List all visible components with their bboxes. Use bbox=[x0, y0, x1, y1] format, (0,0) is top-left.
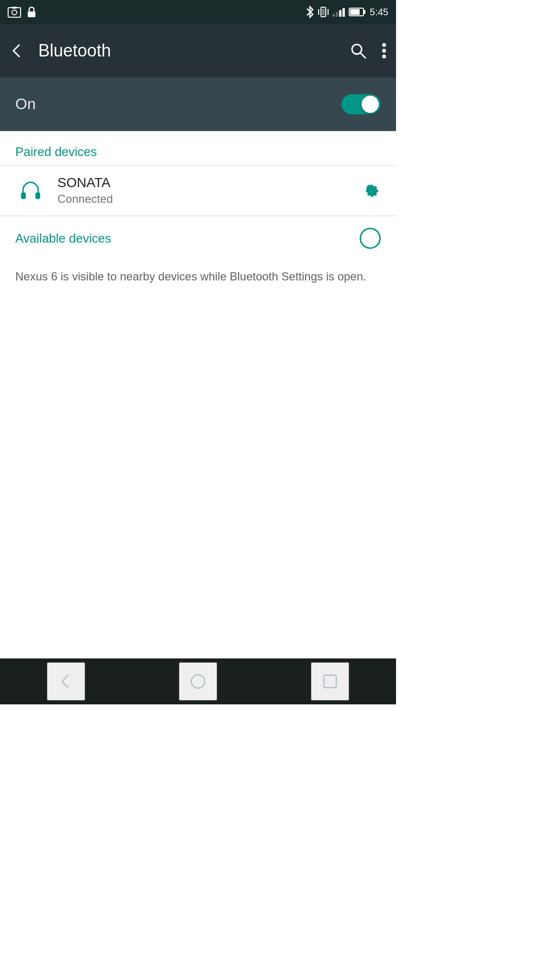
headphone-icon bbox=[15, 175, 46, 206]
signal-icon bbox=[332, 7, 345, 17]
toggle-label: On bbox=[15, 95, 36, 113]
page-title: Bluetooth bbox=[38, 41, 111, 61]
device-name-sonata: SONATA bbox=[57, 175, 360, 190]
home-nav-button[interactable] bbox=[179, 662, 217, 701]
svg-rect-2 bbox=[12, 7, 17, 9]
svg-point-14 bbox=[382, 49, 386, 53]
svg-rect-16 bbox=[21, 192, 26, 199]
battery-icon bbox=[349, 7, 366, 17]
visibility-description: Nexus 6 is visible to nearby devices whi… bbox=[0, 260, 396, 301]
svg-point-13 bbox=[382, 43, 386, 47]
back-button[interactable] bbox=[10, 43, 25, 58]
more-options-button[interactable] bbox=[382, 43, 386, 59]
status-time: 5:45 bbox=[370, 7, 388, 18]
svg-rect-3 bbox=[28, 11, 35, 17]
search-button[interactable] bbox=[350, 43, 366, 59]
svg-rect-17 bbox=[35, 192, 40, 199]
device-info-sonata: SONATA Connected bbox=[57, 175, 360, 206]
device-settings-button[interactable] bbox=[360, 178, 381, 203]
status-bar-left-icons bbox=[8, 6, 36, 18]
vibrate-status-icon bbox=[318, 6, 329, 18]
bluetooth-toggle-row[interactable]: On bbox=[0, 78, 396, 131]
app-bar: Bluetooth bbox=[0, 24, 396, 78]
status-bar: 5:45 bbox=[0, 0, 396, 24]
svg-rect-5 bbox=[322, 9, 325, 15]
svg-point-15 bbox=[382, 55, 386, 58]
app-bar-right bbox=[350, 43, 386, 59]
refresh-button[interactable] bbox=[360, 228, 381, 249]
paired-devices-header: Paired devices bbox=[0, 131, 396, 165]
svg-point-1 bbox=[12, 10, 17, 15]
svg-rect-0 bbox=[8, 8, 21, 17]
svg-point-18 bbox=[191, 675, 205, 688]
photo-icon bbox=[8, 6, 21, 18]
svg-rect-9 bbox=[350, 9, 360, 15]
bluetooth-status-icon bbox=[306, 6, 314, 18]
device-status-sonata: Connected bbox=[57, 192, 360, 206]
status-bar-right-icons: 5:45 bbox=[306, 6, 388, 18]
available-devices-header: Available devices bbox=[15, 231, 111, 246]
svg-line-12 bbox=[361, 53, 365, 58]
lock-icon bbox=[27, 6, 36, 18]
back-nav-button[interactable] bbox=[47, 662, 85, 701]
recents-nav-button[interactable] bbox=[311, 662, 349, 701]
bluetooth-toggle-switch[interactable] bbox=[342, 94, 381, 114]
available-devices-row: Available devices bbox=[0, 216, 396, 260]
device-row-sonata[interactable]: SONATA Connected bbox=[0, 166, 396, 216]
main-content: Paired devices SONATA Connected Availabl… bbox=[0, 131, 396, 301]
svg-rect-19 bbox=[324, 675, 336, 688]
svg-rect-10 bbox=[364, 10, 365, 14]
app-bar-left: Bluetooth bbox=[10, 41, 111, 61]
navigation-bar bbox=[0, 658, 396, 704]
